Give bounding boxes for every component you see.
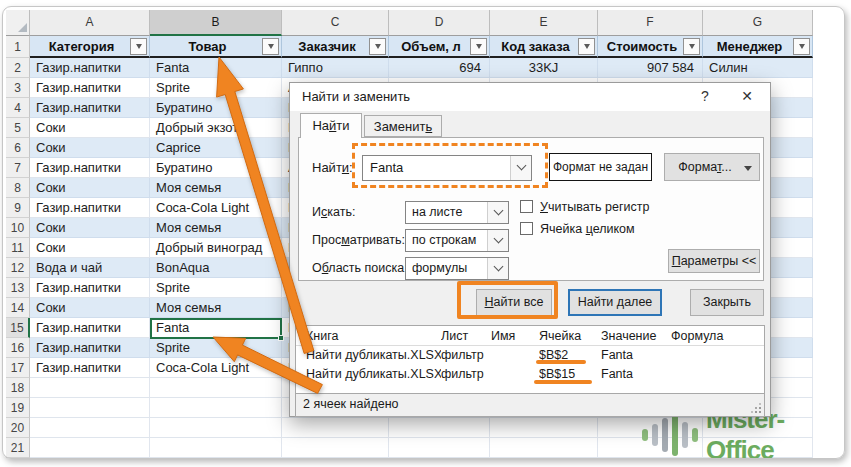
row-header-7[interactable]: 7 xyxy=(6,158,30,178)
cell-C20[interactable] xyxy=(282,418,389,438)
column-header-D[interactable]: D xyxy=(389,10,490,36)
row-header-4[interactable]: 4 xyxy=(6,98,30,118)
help-icon[interactable]: ? xyxy=(696,88,714,104)
close-button[interactable]: Закрыть xyxy=(690,289,764,316)
filter-button-A[interactable] xyxy=(130,38,147,55)
cell-E20[interactable] xyxy=(490,418,598,438)
cell-B21[interactable] xyxy=(150,438,282,458)
row-header-5[interactable]: 5 xyxy=(6,118,30,138)
row-header-14[interactable]: 14 xyxy=(6,298,30,318)
column-header-A[interactable]: A xyxy=(30,10,150,36)
cell-B17[interactable]: Coca-Cola Light xyxy=(150,358,282,378)
row-header-20[interactable]: 20 xyxy=(6,418,30,438)
options-button[interactable]: Параметры << xyxy=(668,249,760,273)
cell-B20[interactable] xyxy=(150,418,282,438)
row-header-11[interactable]: 11 xyxy=(6,238,30,258)
row-header-10[interactable]: 10 xyxy=(6,218,30,238)
cell-A16[interactable]: Газир.напитки xyxy=(30,338,150,358)
cell-B6[interactable]: Caprice xyxy=(150,138,282,158)
row-header-13[interactable]: 13 xyxy=(6,278,30,298)
find-what-combobox[interactable]: Fanta xyxy=(362,155,532,181)
column-header-E[interactable]: E xyxy=(490,10,598,36)
column-header-G[interactable]: G xyxy=(703,10,813,36)
within-dropdown[interactable]: на листе xyxy=(405,201,509,224)
dropdown-button[interactable] xyxy=(487,202,508,223)
cell-B2[interactable]: Fanta xyxy=(150,58,282,78)
row-header-18[interactable]: 18 xyxy=(6,378,30,398)
cell-G2[interactable]: Силин xyxy=(703,58,813,78)
row-header-1[interactable]: 1 xyxy=(6,36,30,58)
row-header-21[interactable]: 21 xyxy=(6,438,30,458)
row-header-9[interactable]: 9 xyxy=(6,198,30,218)
cell-A12[interactable]: Вода и чай xyxy=(30,258,150,278)
search-dropdown[interactable]: по строкам xyxy=(405,229,509,252)
cell-A4[interactable]: Газир.напитки xyxy=(30,98,150,118)
cell-C2[interactable]: Гиппо xyxy=(282,58,389,78)
cell-A5[interactable]: Соки xyxy=(30,118,150,138)
cell-A3[interactable]: Газир.напитки xyxy=(30,78,150,98)
cell-A20[interactable] xyxy=(30,418,150,438)
select-all-corner[interactable] xyxy=(6,10,30,36)
resize-grip[interactable] xyxy=(751,403,761,413)
cell-B9[interactable]: Coca-Cola Light xyxy=(150,198,282,218)
cell-B13[interactable]: Sprite xyxy=(150,278,282,298)
row-header-8[interactable]: 8 xyxy=(6,178,30,198)
row-header-15[interactable]: 15 xyxy=(6,318,30,338)
find-all-button[interactable]: Найти все xyxy=(476,289,552,316)
cell-A18[interactable] xyxy=(30,378,150,398)
filter-button-D[interactable] xyxy=(470,38,487,55)
cell-A14[interactable]: Соки xyxy=(30,298,150,318)
entire-cell-checkbox-row[interactable]: Ячейка целиком xyxy=(520,222,635,238)
cell-B16[interactable]: Sprite xyxy=(150,338,282,358)
tab-replace[interactable]: Заменить xyxy=(364,115,442,137)
checkbox-icon[interactable] xyxy=(520,222,533,235)
cell-B4[interactable]: Буратино xyxy=(150,98,282,118)
row-header-19[interactable]: 19 xyxy=(6,398,30,418)
format-button[interactable]: Формат... xyxy=(664,153,760,181)
dropdown-button[interactable] xyxy=(487,258,508,279)
cell-A2[interactable]: Газир.напитки xyxy=(30,58,150,78)
find-next-button[interactable]: Найти далее xyxy=(568,289,662,316)
cell-B5[interactable]: Добрый экзоти xyxy=(150,118,282,138)
result-row-1[interactable]: Найти дубликаты.XLSXфильтр$B$2Fanta xyxy=(296,346,764,365)
cell-A11[interactable]: Соки xyxy=(30,238,150,258)
cell-E2[interactable]: 33KJ xyxy=(490,58,598,78)
filter-button-E[interactable] xyxy=(578,38,595,55)
fill-handle[interactable] xyxy=(278,335,284,341)
match-case-checkbox-row[interactable]: Учитывать регистр xyxy=(520,200,649,216)
cell-B3[interactable]: Sprite xyxy=(150,78,282,98)
row-header-12[interactable]: 12 xyxy=(6,258,30,278)
cell-B14[interactable]: Моя семья xyxy=(150,298,282,318)
row-header-6[interactable]: 6 xyxy=(6,138,30,158)
row-header-3[interactable]: 3 xyxy=(6,78,30,98)
combobox-dropdown-button[interactable] xyxy=(510,156,531,180)
filter-button-G[interactable] xyxy=(793,38,810,55)
row-header-2[interactable]: 2 xyxy=(6,58,30,78)
close-icon[interactable]: ✕ xyxy=(738,88,756,104)
cell-D2[interactable]: 694 xyxy=(389,58,490,78)
cell-B8[interactable]: Моя семья xyxy=(150,178,282,198)
row-header-16[interactable]: 16 xyxy=(6,338,30,358)
cell-D20[interactable] xyxy=(389,418,490,438)
cell-A19[interactable] xyxy=(30,398,150,418)
cell-A13[interactable]: Газир.напитки xyxy=(30,278,150,298)
column-header-C[interactable]: C xyxy=(282,10,389,36)
cell-A7[interactable]: Газир.напитки xyxy=(30,158,150,178)
tab-find[interactable]: Найти xyxy=(300,113,362,138)
result-row-2[interactable]: Найти дубликаты.XLSXфильтр$B$15Fanta xyxy=(296,365,764,384)
lookin-dropdown[interactable]: формулы xyxy=(405,257,509,280)
cell-E21[interactable] xyxy=(490,438,598,458)
column-header-B[interactable]: B xyxy=(150,10,282,36)
cell-B7[interactable]: Буратино xyxy=(150,158,282,178)
filter-button-B[interactable] xyxy=(262,38,279,55)
cell-B10[interactable]: Моя семья xyxy=(150,218,282,238)
checkbox-icon[interactable] xyxy=(520,200,533,213)
cell-A9[interactable]: Газир.напитки xyxy=(30,198,150,218)
filter-button-C[interactable] xyxy=(369,38,386,55)
dropdown-button[interactable] xyxy=(487,230,508,251)
cell-A8[interactable]: Соки xyxy=(30,178,150,198)
cell-B18[interactable] xyxy=(150,378,282,398)
cell-A21[interactable] xyxy=(30,438,150,458)
cell-F2[interactable]: 907 584 xyxy=(598,58,703,78)
cell-D21[interactable] xyxy=(389,438,490,458)
